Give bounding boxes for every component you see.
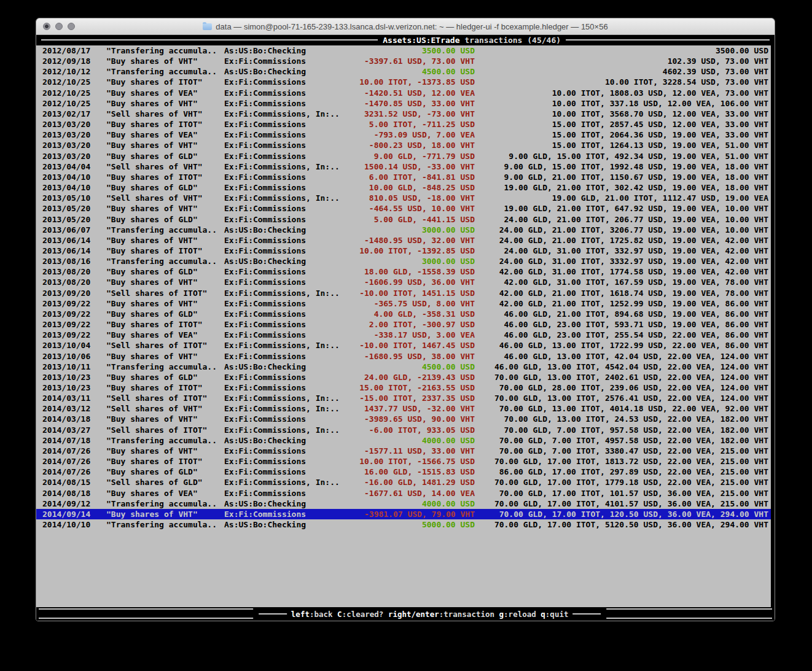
screen-title: Assets:US:ETradetransactions (45/46) [378, 35, 566, 45]
window-zoom-button[interactable] [68, 23, 75, 30]
txn-other-accounts: As:US:Bo:Checking [224, 45, 347, 56]
txn-description: "Buy shares of GLD" [106, 372, 224, 382]
transaction-row[interactable]: 2013/06/07"Transfering accumula..As:US:B… [36, 225, 771, 235]
transaction-row[interactable]: 2012/10/25"Buy shares of VEA"Ex:Fi:Commi… [36, 88, 771, 98]
footer-dash-right [572, 613, 601, 615]
txn-other-accounts: As:US:Bo:Checking [224, 519, 347, 530]
transaction-row[interactable]: 2013/06/14"Buy shares of VHT"Ex:Fi:Commi… [36, 235, 771, 246]
transaction-row[interactable]: 2012/10/25"Buy shares of ITOT"Ex:Fi:Comm… [36, 77, 771, 87]
transaction-row[interactable]: 2012/10/12"Transfering accumula..As:US:B… [36, 66, 771, 77]
txn-description: "Sell shares of GLD" [106, 477, 224, 487]
txn-other-accounts: Ex:Fi:Commissions [224, 203, 347, 214]
txn-change-amount: 15.00 ITOT, -2163.55 USD [347, 382, 475, 393]
transaction-row[interactable]: 2013/05/20"Buy shares of GLD"Ex:Fi:Commi… [36, 214, 771, 225]
transaction-row[interactable]: 2013/05/10"Sell shares of VHT"Ex:Fi:Comm… [36, 193, 771, 203]
transaction-row[interactable]: 2014/03/11"Sell shares of ITOT"Ex:Fi:Com… [36, 393, 771, 403]
txn-change-amount: 3500.00 USD [347, 45, 475, 56]
txn-change-amount: 16.00 GLD, -1515.83 USD [347, 467, 475, 477]
key-help-text: left:back C:cleared? right/enter:transac… [291, 610, 569, 619]
transaction-row[interactable]: 2014/10/10"Transfering accumula..As:US:B… [36, 519, 771, 530]
txn-date: 2013/02/17 [42, 109, 106, 119]
transaction-row[interactable]: 2013/09/22"Buy shares of GLD"Ex:Fi:Commi… [36, 309, 771, 319]
transaction-row[interactable]: 2014/03/27"Sell shares of ITOT"Ex:Fi:Com… [36, 425, 771, 435]
txn-change-amount: 5.00 ITOT, -711.25 USD [347, 119, 475, 130]
txn-date: 2012/10/25 [42, 98, 106, 109]
transaction-row[interactable]: 2013/09/22"Buy shares of VEA"Ex:Fi:Commi… [36, 330, 771, 340]
transaction-row[interactable]: 2012/10/25"Buy shares of VHT"Ex:Fi:Commi… [36, 98, 771, 109]
txn-change-amount: 9.00 GLD, -771.79 USD [347, 151, 475, 161]
txn-description: "Buy shares of ITOT" [106, 172, 224, 182]
txn-change-amount: 1500.14 USD, -33.00 VHT [347, 161, 475, 172]
txn-other-accounts: Ex:Fi:Commissions [224, 351, 347, 362]
transaction-row[interactable]: 2013/08/20"Buy shares of VHT"Ex:Fi:Commi… [36, 277, 771, 287]
transaction-row[interactable]: 2013/10/04"Sell shares of ITOT"Ex:Fi:Com… [36, 340, 771, 351]
txn-other-accounts: Ex:Fi:Commissions [224, 246, 347, 256]
txn-change-amount: -1480.95 USD, 32.00 VHT [347, 235, 475, 246]
txn-other-accounts: Ex:Fi:Commissions [224, 488, 347, 498]
transaction-row[interactable]: 2013/10/23"Buy shares of ITOT"Ex:Fi:Comm… [36, 382, 771, 393]
transactions-list: 2012/08/17"Transfering accumula..As:US:B… [36, 45, 771, 607]
window-titlebar[interactable]: data — simon@pool-71-165-239-133.lsanca.… [36, 18, 775, 35]
transaction-row[interactable]: 2013/03/20"Buy shares of VEA"Ex:Fi:Commi… [36, 130, 771, 140]
transaction-row[interactable]: 2012/09/18"Buy shares of VHT"Ex:Fi:Commi… [36, 56, 771, 66]
transaction-row[interactable]: 2013/03/20"Buy shares of ITOT"Ex:Fi:Comm… [36, 119, 771, 130]
txn-description: "Buy shares of VHT" [106, 56, 224, 66]
transaction-row[interactable]: 2014/09/14"Buy shares of VHT"Ex:Fi:Commi… [36, 509, 771, 519]
transaction-row[interactable]: 2014/07/26"Buy shares of VHT"Ex:Fi:Commi… [36, 446, 771, 456]
txn-change-amount: 5000.00 USD [347, 519, 475, 530]
window-minimize-button[interactable] [55, 23, 63, 30]
txn-date: 2013/09/22 [42, 330, 106, 340]
transaction-row[interactable]: 2013/10/11"Transfering accumula..As:US:B… [36, 362, 771, 372]
transaction-row[interactable]: 2013/03/20"Buy shares of GLD"Ex:Fi:Commi… [36, 151, 771, 161]
transaction-row[interactable]: 2013/09/20"Sell shares of ITOT"Ex:Fi:Com… [36, 288, 771, 298]
txn-running-balance: 70.00 GLD, 7.00 ITOT, 4957.58 USD, 22.00… [475, 435, 771, 446]
transaction-row[interactable]: 2014/07/26"Buy shares of ITOT"Ex:Fi:Comm… [36, 456, 771, 467]
txn-description: "Buy shares of VHT" [106, 414, 224, 424]
desktop-canvas: { "window": { "title": "data — simon@poo… [0, 0, 812, 671]
help-key: C [337, 610, 342, 619]
txn-date: 2014/03/12 [42, 403, 106, 414]
transaction-row[interactable]: 2013/10/23"Buy shares of GLD"Ex:Fi:Commi… [36, 372, 771, 382]
transaction-row[interactable]: 2013/08/20"Buy shares of GLD"Ex:Fi:Commi… [36, 266, 771, 277]
txn-description: "Buy shares of VEA" [106, 130, 224, 140]
txn-description: "Transfering accumula.. [106, 256, 224, 266]
transaction-row[interactable]: 2013/08/16"Transfering accumula..As:US:B… [36, 256, 771, 266]
transaction-row[interactable]: 2012/08/17"Transfering accumula..As:US:B… [36, 45, 771, 56]
transaction-row[interactable]: 2013/04/10"Buy shares of ITOT"Ex:Fi:Comm… [36, 172, 771, 182]
transaction-row[interactable]: 2014/09/12"Transfering accumula..As:US:B… [36, 498, 771, 509]
transaction-row[interactable]: 2013/09/22"Buy shares of VHT"Ex:Fi:Commi… [36, 298, 771, 309]
transaction-row[interactable]: 2013/10/06"Buy shares of VHT"Ex:Fi:Commi… [36, 351, 771, 362]
transaction-row[interactable]: 2013/09/22"Buy shares of ITOT"Ex:Fi:Comm… [36, 319, 771, 330]
txn-running-balance: 10.00 ITOT, 3228.54 USD, 73.00 VHT [475, 77, 771, 87]
txn-date: 2013/10/11 [42, 362, 106, 372]
txn-other-accounts: As:US:Bo:Checking [224, 66, 347, 77]
txn-change-amount: 10.00 GLD, -848.25 USD [347, 182, 475, 193]
transaction-row[interactable]: 2014/08/15"Sell shares of GLD"Ex:Fi:Comm… [36, 477, 771, 487]
transaction-row[interactable]: 2013/02/17"Sell shares of VHT"Ex:Fi:Comm… [36, 109, 771, 119]
txn-running-balance: 9.00 GLD, 21.00 ITOT, 1150.67 USD, 19.00… [475, 172, 771, 182]
transaction-row[interactable]: 2013/05/20"Buy shares of VHT"Ex:Fi:Commi… [36, 203, 771, 214]
transaction-row[interactable]: 2014/07/26"Buy shares of GLD"Ex:Fi:Commi… [36, 467, 771, 477]
transaction-row[interactable]: 2014/07/18"Transfering accumula..As:US:B… [36, 435, 771, 446]
transaction-row[interactable]: 2013/06/14"Buy shares of ITOT"Ex:Fi:Comm… [36, 246, 771, 256]
txn-other-accounts: Ex:Fi:Commissions [224, 319, 347, 330]
txn-other-accounts: Ex:Fi:Commissions, In:.. [224, 393, 347, 403]
account-name: Assets:US:ETrade [383, 36, 459, 45]
transaction-row[interactable]: 2014/08/18"Buy shares of VEA"Ex:Fi:Commi… [36, 488, 771, 498]
txn-running-balance: 70.00 GLD, 17.00 ITOT, 120.50 USD, 36.00… [475, 509, 771, 519]
transaction-row[interactable]: 2013/04/04"Sell shares of VHT"Ex:Fi:Comm… [36, 161, 771, 172]
txn-change-amount: 10.00 ITOT, -1566.75 USD [347, 456, 475, 467]
txn-other-accounts: Ex:Fi:Commissions [224, 266, 347, 277]
txn-other-accounts: Ex:Fi:Commissions [224, 182, 347, 193]
transaction-row[interactable]: 2013/03/20"Buy shares of VHT"Ex:Fi:Commi… [36, 140, 771, 150]
txn-date: 2012/08/17 [42, 45, 106, 56]
txn-running-balance: 46.00 GLD, 13.00 ITOT, 42.04 USD, 22.00 … [475, 351, 771, 362]
transaction-row[interactable]: 2013/04/10"Buy shares of GLD"Ex:Fi:Commi… [36, 182, 771, 193]
txn-running-balance: 70.00 GLD, 7.00 ITOT, 3380.47 USD, 22.00… [475, 446, 771, 456]
txn-change-amount: 3000.00 USD [347, 225, 475, 235]
window-close-button[interactable] [43, 23, 50, 30]
terminal-screen[interactable]: Assets:US:ETradetransactions (45/46) 201… [36, 35, 775, 621]
transaction-row[interactable]: 2014/03/18"Buy shares of VHT"Ex:Fi:Commi… [36, 414, 771, 424]
transaction-row[interactable]: 2014/03/12"Sell shares of VHT"Ex:Fi:Comm… [36, 403, 771, 414]
txn-running-balance: 42.00 GLD, 21.00 ITOT, 1252.99 USD, 19.0… [475, 298, 771, 309]
